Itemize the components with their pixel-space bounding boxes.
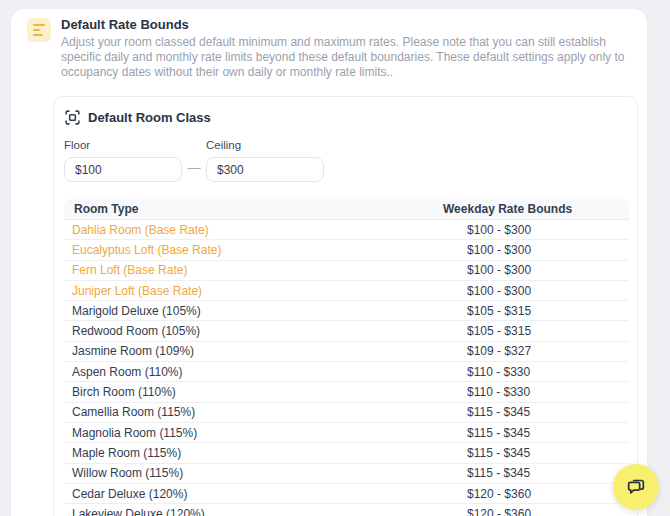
ceiling-label: Ceiling [206, 139, 324, 151]
chat-button[interactable] [613, 464, 659, 510]
room-type-cell: Juniper Loft (Base Rate) [64, 284, 439, 298]
floor-ceiling-row: Floor — Ceiling [64, 139, 627, 182]
room-type-cell: Maple Room (115%) [64, 446, 439, 460]
floor-input[interactable] [64, 157, 182, 182]
page-title: Default Rate Bounds [61, 17, 635, 33]
rate-bounds-cell: $115 - $345 [439, 426, 629, 440]
table-row: Aspen Room (110%) $110 - $330 [64, 362, 629, 382]
panel-header: Default Room Class [64, 107, 627, 126]
page-description: Adjust your room classed default minimum… [61, 35, 635, 80]
room-type-cell: Jasmine Room (109%) [64, 344, 439, 358]
rate-bounds-cell: $115 - $345 [439, 466, 629, 480]
ceiling-input[interactable] [206, 157, 324, 182]
rate-bounds-cell: $120 - $360 [439, 507, 629, 516]
table-body: Dahlia Room (Base Rate) $100 - $300 Euca… [64, 220, 629, 516]
table-row: Eucalyptus Loft (Base Rate) $100 - $300 [64, 240, 629, 260]
panel-title: Default Room Class [88, 110, 211, 125]
table-row: Magnolia Room (115%) $115 - $345 [64, 423, 629, 443]
room-type-cell: Cedar Deluxe (120%) [64, 487, 439, 501]
table-row: Cedar Deluxe (120%) $120 - $360 [64, 484, 629, 504]
rate-bounds-cell: $100 - $300 [439, 243, 629, 257]
rate-bounds-cell: $100 - $300 [439, 223, 629, 237]
room-type-cell: Birch Room (110%) [64, 385, 439, 399]
table-row: Lakeview Deluxe (120%) $120 - $360 [64, 504, 629, 516]
table-row: Redwood Room (105%) $105 - $315 [64, 321, 629, 341]
column-header-weekday-rate-bounds: Weekday Rate Bounds [439, 202, 629, 216]
rate-bounds-cell: $100 - $300 [439, 263, 629, 277]
chat-bubbles-icon [625, 475, 647, 500]
floor-label: Floor [64, 139, 182, 151]
room-type-cell: Aspen Room (110%) [64, 365, 439, 379]
table-row: Jasmine Room (109%) $109 - $327 [64, 342, 629, 362]
rate-bounds-cell: $105 - $315 [439, 304, 629, 318]
rate-bounds-cell: $115 - $345 [439, 446, 629, 460]
column-header-room-type: Room Type [64, 202, 439, 216]
room-type-cell: Redwood Room (105%) [64, 324, 439, 338]
table-row: Juniper Loft (Base Rate) $100 - $300 [64, 281, 629, 301]
room-type-cell: Fern Loft (Base Rate) [64, 263, 439, 277]
rate-bounds-cell: $100 - $300 [439, 284, 629, 298]
rate-bounds-cell: $110 - $330 [439, 385, 629, 399]
room-type-cell: Dahlia Room (Base Rate) [64, 223, 439, 237]
rate-bounds-cell: $105 - $315 [439, 324, 629, 338]
table-row: Maple Room (115%) $115 - $345 [64, 443, 629, 463]
room-type-cell: Willow Room (115%) [64, 466, 439, 480]
range-dash: — [182, 160, 206, 182]
room-type-cell: Eucalyptus Loft (Base Rate) [64, 243, 439, 257]
table-row: Marigold Deluxe (105%) $105 - $315 [64, 301, 629, 321]
section-header: Default Rate Bounds Adjust your room cla… [27, 17, 635, 80]
rate-bounds-cell: $115 - $345 [439, 405, 629, 419]
default-rate-bounds-card: Default Rate Bounds Adjust your room cla… [10, 8, 648, 516]
room-class-scan-icon [64, 109, 81, 126]
table-row: Willow Room (115%) $115 - $345 [64, 464, 629, 484]
rate-bounds-cell: $109 - $327 [439, 344, 629, 358]
table-row: Dahlia Room (Base Rate) $100 - $300 [64, 220, 629, 240]
table-header-row: Room Type Weekday Rate Bounds [64, 199, 629, 220]
room-type-cell: Lakeview Deluxe (120%) [64, 507, 439, 516]
rate-bounds-cell: $110 - $330 [439, 365, 629, 379]
room-rate-table: Room Type Weekday Rate Bounds Dahlia Roo… [64, 199, 629, 516]
rate-list-icon [27, 18, 51, 42]
table-row: Fern Loft (Base Rate) $100 - $300 [64, 261, 629, 281]
room-type-cell: Magnolia Room (115%) [64, 426, 439, 440]
default-room-class-panel: Default Room Class Floor — Ceiling Room … [53, 96, 638, 516]
table-row: Birch Room (110%) $110 - $330 [64, 382, 629, 402]
room-type-cell: Camellia Room (115%) [64, 405, 439, 419]
room-type-cell: Marigold Deluxe (105%) [64, 304, 439, 318]
rate-bounds-cell: $120 - $360 [439, 487, 629, 501]
table-row: Camellia Room (115%) $115 - $345 [64, 403, 629, 423]
